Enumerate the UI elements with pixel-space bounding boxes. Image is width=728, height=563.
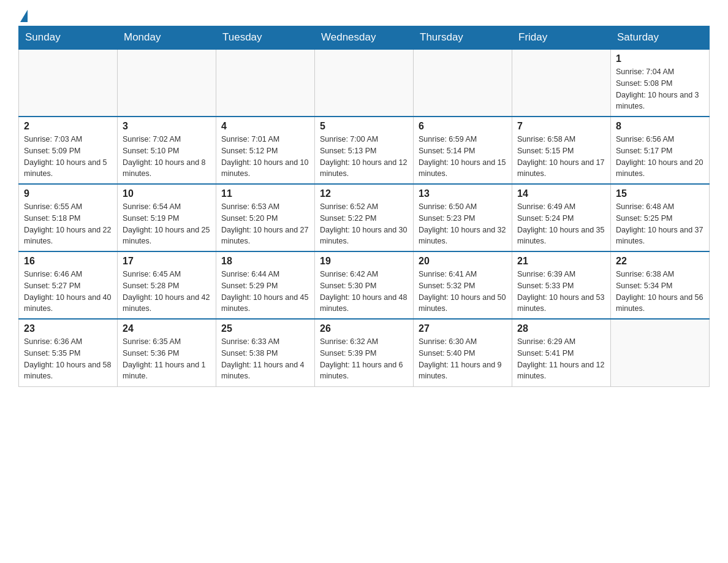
- day-number: 27: [419, 323, 507, 334]
- calendar-cell: [611, 319, 710, 386]
- day-number: 20: [419, 256, 507, 267]
- day-info: Sunrise: 6:55 AMSunset: 5:18 PMDaylight:…: [24, 201, 112, 247]
- calendar-cell: 19Sunrise: 6:42 AMSunset: 5:30 PMDayligh…: [315, 251, 414, 319]
- calendar-cell: [19, 49, 118, 117]
- day-info: Sunrise: 6:45 AMSunset: 5:28 PMDaylight:…: [123, 269, 211, 315]
- calendar-cell: [118, 49, 216, 117]
- day-info: Sunrise: 6:30 AMSunset: 5:40 PMDaylight:…: [419, 336, 507, 382]
- day-number: 18: [221, 256, 309, 267]
- calendar-cell: [414, 49, 512, 117]
- day-info: Sunrise: 6:41 AMSunset: 5:32 PMDaylight:…: [419, 269, 507, 315]
- day-number: 7: [517, 121, 605, 132]
- day-number: 6: [419, 121, 507, 132]
- day-info: Sunrise: 6:53 AMSunset: 5:20 PMDaylight:…: [221, 201, 309, 247]
- calendar-cell: 6Sunrise: 6:59 AMSunset: 5:14 PMDaylight…: [414, 117, 512, 184]
- day-number: 8: [616, 121, 704, 132]
- day-number: 13: [419, 188, 507, 199]
- calendar-cell: 3Sunrise: 7:02 AMSunset: 5:10 PMDaylight…: [118, 117, 216, 184]
- calendar-cell: [315, 49, 414, 117]
- calendar-cell: 25Sunrise: 6:33 AMSunset: 5:38 PMDayligh…: [216, 319, 315, 386]
- day-info: Sunrise: 6:35 AMSunset: 5:36 PMDaylight:…: [123, 336, 211, 382]
- day-info: Sunrise: 6:52 AMSunset: 5:22 PMDaylight:…: [320, 201, 408, 247]
- day-info: Sunrise: 6:38 AMSunset: 5:34 PMDaylight:…: [616, 269, 704, 315]
- day-number: 4: [221, 121, 309, 132]
- calendar-cell: 7Sunrise: 6:58 AMSunset: 5:15 PMDaylight…: [512, 117, 611, 184]
- day-info: Sunrise: 6:44 AMSunset: 5:29 PMDaylight:…: [221, 269, 309, 315]
- day-number: 22: [616, 256, 704, 267]
- day-info: Sunrise: 6:58 AMSunset: 5:15 PMDaylight:…: [517, 134, 605, 180]
- day-number: 1: [616, 53, 704, 64]
- day-info: Sunrise: 7:02 AMSunset: 5:10 PMDaylight:…: [123, 134, 211, 180]
- calendar-cell: 13Sunrise: 6:50 AMSunset: 5:23 PMDayligh…: [414, 184, 512, 251]
- calendar-cell: 1Sunrise: 7:04 AMSunset: 5:08 PMDaylight…: [611, 49, 710, 117]
- day-number: 12: [320, 188, 408, 199]
- calendar-table: SundayMondayTuesdayWednesdayThursdayFrid…: [18, 26, 710, 387]
- day-info: Sunrise: 6:46 AMSunset: 5:27 PMDaylight:…: [24, 269, 112, 315]
- day-info: Sunrise: 7:01 AMSunset: 5:12 PMDaylight:…: [221, 134, 309, 180]
- calendar-week-row: 2Sunrise: 7:03 AMSunset: 5:09 PMDaylight…: [19, 117, 710, 184]
- day-info: Sunrise: 6:33 AMSunset: 5:38 PMDaylight:…: [221, 336, 309, 382]
- calendar-cell: 8Sunrise: 6:56 AMSunset: 5:17 PMDaylight…: [611, 117, 710, 184]
- calendar-cell: [216, 49, 315, 117]
- day-info: Sunrise: 7:03 AMSunset: 5:09 PMDaylight:…: [24, 134, 112, 180]
- day-info: Sunrise: 6:49 AMSunset: 5:24 PMDaylight:…: [517, 201, 605, 247]
- day-number: 11: [221, 188, 309, 199]
- weekday-header-sunday: Sunday: [19, 26, 118, 50]
- calendar-cell: 10Sunrise: 6:54 AMSunset: 5:19 PMDayligh…: [118, 184, 216, 251]
- calendar-cell: [512, 49, 611, 117]
- calendar-cell: 24Sunrise: 6:35 AMSunset: 5:36 PMDayligh…: [118, 319, 216, 386]
- day-number: 26: [320, 323, 408, 334]
- page-header: [18, 12, 710, 20]
- day-info: Sunrise: 6:56 AMSunset: 5:17 PMDaylight:…: [616, 134, 704, 180]
- calendar-cell: 27Sunrise: 6:30 AMSunset: 5:40 PMDayligh…: [414, 319, 512, 386]
- calendar-cell: 21Sunrise: 6:39 AMSunset: 5:33 PMDayligh…: [512, 251, 611, 319]
- weekday-header-monday: Monday: [118, 26, 216, 50]
- day-info: Sunrise: 6:29 AMSunset: 5:41 PMDaylight:…: [517, 336, 605, 382]
- calendar-cell: 9Sunrise: 6:55 AMSunset: 5:18 PMDaylight…: [19, 184, 118, 251]
- weekday-header-wednesday: Wednesday: [315, 26, 414, 50]
- day-info: Sunrise: 6:36 AMSunset: 5:35 PMDaylight:…: [24, 336, 112, 382]
- day-number: 23: [24, 323, 112, 334]
- calendar-cell: 15Sunrise: 6:48 AMSunset: 5:25 PMDayligh…: [611, 184, 710, 251]
- logo-triangle-icon: [20, 10, 28, 22]
- calendar-cell: 16Sunrise: 6:46 AMSunset: 5:27 PMDayligh…: [19, 251, 118, 319]
- day-info: Sunrise: 6:50 AMSunset: 5:23 PMDaylight:…: [419, 201, 507, 247]
- weekday-header-saturday: Saturday: [611, 26, 710, 50]
- day-number: 19: [320, 256, 408, 267]
- day-info: Sunrise: 7:04 AMSunset: 5:08 PMDaylight:…: [616, 66, 704, 112]
- day-number: 28: [517, 323, 605, 334]
- weekday-header-tuesday: Tuesday: [216, 26, 315, 50]
- weekday-header-friday: Friday: [512, 26, 611, 50]
- weekday-header-row: SundayMondayTuesdayWednesdayThursdayFrid…: [19, 26, 710, 50]
- day-number: 15: [616, 188, 704, 199]
- calendar-cell: 20Sunrise: 6:41 AMSunset: 5:32 PMDayligh…: [414, 251, 512, 319]
- calendar-week-row: 1Sunrise: 7:04 AMSunset: 5:08 PMDaylight…: [19, 49, 710, 117]
- calendar-cell: 4Sunrise: 7:01 AMSunset: 5:12 PMDaylight…: [216, 117, 315, 184]
- day-info: Sunrise: 6:59 AMSunset: 5:14 PMDaylight:…: [419, 134, 507, 180]
- day-number: 24: [123, 323, 211, 334]
- calendar-cell: 28Sunrise: 6:29 AMSunset: 5:41 PMDayligh…: [512, 319, 611, 386]
- logo: [18, 12, 28, 20]
- calendar-week-row: 23Sunrise: 6:36 AMSunset: 5:35 PMDayligh…: [19, 319, 710, 386]
- calendar-cell: 22Sunrise: 6:38 AMSunset: 5:34 PMDayligh…: [611, 251, 710, 319]
- weekday-header-thursday: Thursday: [414, 26, 512, 50]
- day-info: Sunrise: 6:39 AMSunset: 5:33 PMDaylight:…: [517, 269, 605, 315]
- day-number: 9: [24, 188, 112, 199]
- day-number: 21: [517, 256, 605, 267]
- day-info: Sunrise: 6:48 AMSunset: 5:25 PMDaylight:…: [616, 201, 704, 247]
- day-info: Sunrise: 6:54 AMSunset: 5:19 PMDaylight:…: [123, 201, 211, 247]
- day-number: 16: [24, 256, 112, 267]
- calendar-cell: 18Sunrise: 6:44 AMSunset: 5:29 PMDayligh…: [216, 251, 315, 319]
- day-number: 17: [123, 256, 211, 267]
- day-number: 3: [123, 121, 211, 132]
- day-number: 10: [123, 188, 211, 199]
- calendar-cell: 23Sunrise: 6:36 AMSunset: 5:35 PMDayligh…: [19, 319, 118, 386]
- calendar-cell: 11Sunrise: 6:53 AMSunset: 5:20 PMDayligh…: [216, 184, 315, 251]
- day-info: Sunrise: 6:42 AMSunset: 5:30 PMDaylight:…: [320, 269, 408, 315]
- day-number: 2: [24, 121, 112, 132]
- calendar-cell: 12Sunrise: 6:52 AMSunset: 5:22 PMDayligh…: [315, 184, 414, 251]
- calendar-cell: 17Sunrise: 6:45 AMSunset: 5:28 PMDayligh…: [118, 251, 216, 319]
- calendar-cell: 5Sunrise: 7:00 AMSunset: 5:13 PMDaylight…: [315, 117, 414, 184]
- day-info: Sunrise: 7:00 AMSunset: 5:13 PMDaylight:…: [320, 134, 408, 180]
- day-number: 14: [517, 188, 605, 199]
